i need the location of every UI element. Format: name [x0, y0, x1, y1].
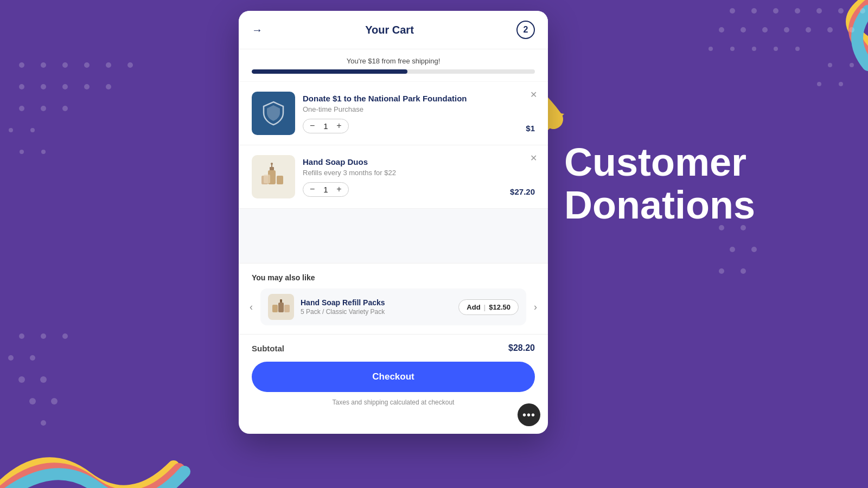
carousel-add-button[interactable]: Add | $12.50	[458, 299, 519, 315]
qty-value-soap: 1	[321, 185, 330, 194]
cart-header: → Your Cart 2	[239, 11, 548, 49]
item-name-donation: Donate $1 to the National Park Foundatio…	[303, 94, 518, 103]
qty-increase-soap[interactable]: +	[336, 185, 341, 194]
svg-point-61	[271, 163, 273, 165]
tax-note: Taxes and shipping calculated at checkou…	[239, 399, 548, 414]
qty-control-soap: − 1 +	[303, 182, 349, 197]
shipping-notice: You're $18 from free shipping!	[252, 57, 535, 65]
add-label: Add	[467, 303, 480, 311]
back-button[interactable]: →	[252, 24, 263, 36]
progress-fill	[252, 69, 407, 74]
item-info-donation: Donate $1 to the National Park Foundatio…	[303, 94, 518, 133]
remove-soap-button[interactable]: ✕	[530, 153, 537, 163]
carousel-item-image	[268, 294, 294, 320]
cart-title: Your Cart	[365, 24, 414, 36]
cart-modal: → Your Cart 2 You're $18 from free shipp…	[239, 11, 548, 434]
svg-rect-68	[284, 305, 290, 312]
svg-rect-64	[264, 175, 270, 183]
item-price-soap: $27.20	[510, 187, 535, 198]
promo-line1: Customer	[564, 140, 746, 184]
cart-item-soap: Hand Soap Duos Refills every 3 months fo…	[239, 145, 548, 209]
svg-point-37	[762, 27, 768, 33]
add-price: $12.50	[489, 303, 510, 311]
svg-point-33	[838, 8, 844, 14]
carousel-item-subtitle: 5 Pack / Classic Variety Pack	[301, 308, 452, 316]
svg-point-44	[752, 47, 756, 51]
subtotal-row: Subtotal $28.20	[239, 334, 548, 362]
svg-point-45	[774, 47, 778, 51]
add-divider: |	[484, 303, 486, 311]
svg-point-43	[730, 47, 735, 51]
checkout-button[interactable]: Checkout	[252, 362, 535, 392]
svg-point-47	[828, 63, 832, 67]
svg-point-38	[784, 27, 789, 33]
svg-rect-67	[280, 299, 282, 303]
remove-donation-button[interactable]: ✕	[530, 89, 537, 100]
carousel-item: Hand Soap Refill Packs 5 Pack / Classic …	[260, 288, 526, 325]
item-name-soap: Hand Soap Duos	[303, 157, 502, 166]
svg-rect-63	[277, 176, 283, 184]
item-image-donation	[252, 92, 295, 135]
svg-point-34	[860, 8, 865, 14]
floating-menu-button[interactable]: •••	[518, 403, 540, 426]
carousel-prev-button[interactable]: ‹	[246, 298, 256, 316]
svg-point-30	[773, 8, 778, 14]
svg-point-50	[839, 82, 843, 86]
cart-empty-space	[239, 209, 548, 263]
cart-items-list: Donate $1 to the National Park Foundatio…	[239, 82, 548, 209]
svg-point-29	[751, 8, 757, 14]
qty-increase-donation[interactable]: +	[336, 121, 341, 130]
svg-point-32	[816, 8, 822, 14]
shipping-progress-section: You're $18 from free shipping!	[239, 49, 548, 82]
svg-point-41	[849, 27, 854, 33]
also-like-section: You may also like ‹ Hand Soap Refill Pac…	[239, 263, 548, 334]
svg-point-55	[719, 268, 724, 274]
svg-rect-59	[270, 167, 274, 170]
svg-rect-66	[278, 303, 284, 312]
item-subtitle-donation: One-time Purchase	[303, 105, 518, 113]
svg-point-53	[730, 247, 735, 252]
qty-control-donation: − 1 +	[303, 119, 349, 133]
svg-point-40	[827, 27, 833, 33]
qty-value-donation: 1	[321, 121, 330, 131]
svg-point-48	[850, 63, 854, 67]
svg-point-36	[741, 27, 746, 33]
cart-item-donation: Donate $1 to the National Park Foundatio…	[239, 82, 548, 145]
svg-point-56	[741, 268, 746, 274]
item-info-soap: Hand Soap Duos Refills every 3 months fo…	[303, 157, 502, 197]
carousel-item-name: Hand Soap Refill Packs	[301, 298, 452, 307]
svg-point-35	[719, 27, 724, 33]
svg-point-49	[817, 82, 821, 86]
item-price-donation: $1	[526, 124, 535, 135]
carousel-item-info: Hand Soap Refill Packs 5 Pack / Classic …	[301, 298, 452, 316]
svg-point-46	[795, 47, 800, 51]
svg-point-28	[730, 8, 735, 14]
progress-track	[252, 69, 535, 74]
also-like-carousel: ‹ Hand Soap Refill Packs 5 Pack / Classi…	[239, 288, 548, 334]
svg-point-42	[709, 47, 713, 51]
promo-text: Customer Donations	[564, 141, 835, 227]
also-like-title: You may also like	[239, 273, 548, 288]
svg-point-54	[751, 247, 757, 252]
subtotal-amount: $28.20	[508, 343, 535, 353]
qty-decrease-donation[interactable]: −	[310, 121, 315, 130]
subtotal-label: Subtotal	[252, 344, 284, 353]
svg-point-39	[806, 27, 811, 33]
item-subtitle-soap: Refills every 3 months for $22	[303, 169, 502, 177]
cart-count-badge: 2	[516, 21, 535, 39]
svg-rect-65	[272, 305, 278, 312]
carousel-next-button[interactable]: ›	[531, 298, 540, 316]
item-image-soap	[252, 155, 295, 198]
svg-point-31	[795, 8, 800, 14]
promo-line2: Donations	[564, 183, 755, 227]
floating-dots-icon: •••	[522, 409, 535, 421]
qty-decrease-soap[interactable]: −	[310, 185, 315, 194]
